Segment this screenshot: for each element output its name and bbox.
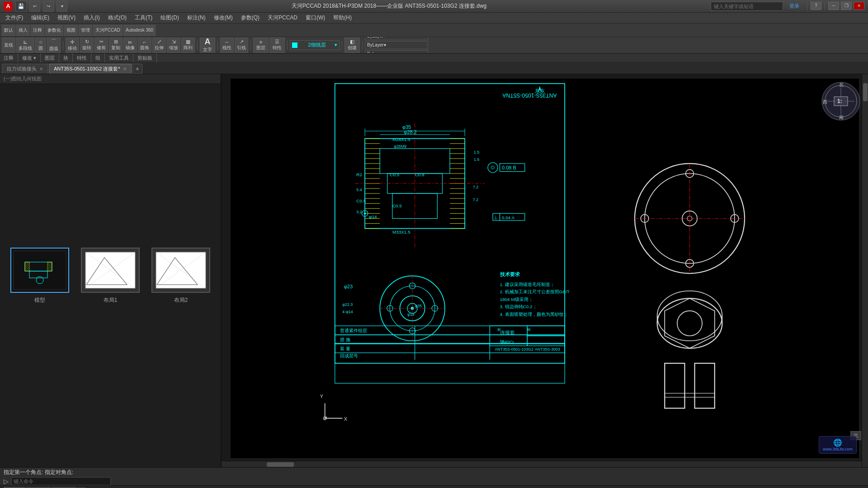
polyline-tool[interactable]: ⊾ 多段线 <box>16 38 34 53</box>
thumbnail-layout2-img[interactable] <box>151 248 210 293</box>
tab-ant35s[interactable]: ANT35S-0501-103G2 连接套* ✕ <box>49 64 132 74</box>
polyline-icon: ⊾ <box>23 39 28 45</box>
menu-annotation[interactable]: 标注(N) <box>184 13 209 23</box>
menu-params[interactable]: 参数(Q) <box>237 13 263 23</box>
text-tool[interactable]: A 文字 <box>200 38 215 53</box>
fillet-tool[interactable]: ⌐ 圆角 <box>138 38 151 53</box>
svg-text:C0.5: C0.5 <box>356 198 366 203</box>
thumbnail-layout1-label: 布局1 <box>104 296 118 304</box>
layer-tool[interactable]: ≡ 图层 <box>253 38 269 53</box>
rotate-tool[interactable]: ↻ 旋转 <box>80 38 94 53</box>
copy-icon: ⊞ <box>114 39 118 45</box>
left-panel-header: (一)图纸几何线图 <box>0 74 221 84</box>
svg-text:0.08 B: 0.08 B <box>502 165 516 170</box>
trim-tool[interactable]: ✂ 修剪 <box>94 38 108 53</box>
thumbnail-layout2[interactable]: 布局2 <box>151 248 210 304</box>
thumbnail-layout1-img[interactable] <box>81 248 140 293</box>
scale-tool[interactable]: ⇲ 缩放 <box>167 38 180 53</box>
menu-edit[interactable]: 编辑(E) <box>28 13 53 23</box>
compass-widget[interactable]: 北 南 西 东 1: <box>821 81 861 122</box>
thumbnail-model-img[interactable] <box>10 248 69 293</box>
scrollbar-thumb-h[interactable] <box>267 462 294 467</box>
menu-view[interactable]: 视图(V) <box>54 13 79 23</box>
canvas-area[interactable]: ANT35S-1050-S5TNA 东东 <box>222 74 868 467</box>
move-tool[interactable]: ✛ 移动 <box>66 38 79 53</box>
menu-help[interactable]: 帮助(H) <box>330 13 355 23</box>
layer-dropdown[interactable]: 2细线层 ▾ <box>290 40 340 50</box>
svg-text:北: 北 <box>839 82 844 87</box>
svg-text:3.2: 3.2 <box>356 210 362 214</box>
svg-text:南: 南 <box>839 115 844 120</box>
leader-tool[interactable]: ↗ 引线 <box>235 38 248 53</box>
ribbon-tab-insert[interactable]: 插入 <box>16 25 30 36</box>
help-btn[interactable]: ? <box>811 2 821 10</box>
array-tool[interactable]: ▦ 阵列 <box>181 38 195 53</box>
left-panel: (一)图纸几何线图 <box>0 74 222 467</box>
copy-tool[interactable]: ⊞ 复制 <box>109 38 123 53</box>
leader-icon: ↗ <box>240 39 244 45</box>
tab-add-btn[interactable]: + <box>132 64 142 74</box>
properties-tool[interactable]: ☰ 特性 <box>269 38 285 53</box>
quick-access-undo[interactable]: ↩ <box>29 1 40 12</box>
linear-dim-tool[interactable]: ↔ 线性 <box>220 38 234 53</box>
svg-text:Y: Y <box>320 394 324 399</box>
svg-text:5.4: 5.4 <box>356 188 362 192</box>
thumbnail-model[interactable]: 模型 <box>10 248 69 304</box>
scrollbar-thumb[interactable] <box>863 83 868 101</box>
ribbon-tab-annotate[interactable]: 注释 <box>31 25 44 36</box>
title-search-input[interactable] <box>711 2 783 11</box>
thumbnail-layout1[interactable]: 布局1 <box>81 248 140 304</box>
circle-tool[interactable]: ○ 圆 <box>35 38 46 53</box>
lineweight-dropdown[interactable]: ByLayer ▾ <box>365 50 428 54</box>
input-prefix-icon: ▷ <box>4 478 9 485</box>
quick-access-redo[interactable]: ↪ <box>43 1 54 12</box>
svg-text:C0.8: C0.8 <box>415 172 425 177</box>
svg-rect-0 <box>11 249 68 292</box>
block-group-label: 特性 <box>75 55 89 61</box>
menu-draw[interactable]: 绘图(D) <box>157 13 183 23</box>
toolbar-row3: 注释 修改 ▾ 图层 块 特性 组 实用工具 剪贴板 <box>0 53 868 62</box>
ribbon-tab-autodesk360[interactable]: Autodesk 360 <box>123 25 156 36</box>
array-icon: ▦ <box>186 39 190 45</box>
tab-lalijiantoujia[interactable]: 拉力试验接头 ✕ <box>2 64 48 74</box>
horizontal-scrollbar[interactable] <box>222 461 862 467</box>
menu-insert[interactable]: 插入(I) <box>80 13 103 23</box>
svg-text:1.5: 1.5 <box>474 157 479 162</box>
close-btn[interactable]: ✕ <box>854 2 864 10</box>
line-tool[interactable]: 直线 <box>2 38 15 53</box>
color-dropdown[interactable]: ByLayer ▾ <box>365 37 428 40</box>
maximize-btn[interactable]: ❐ <box>841 2 852 10</box>
menu-modify[interactable]: 修改(M) <box>210 13 236 23</box>
mirror-tool[interactable]: ⫢ 镜像 <box>123 38 137 53</box>
arc-tool[interactable]: ⌒ 圆弧 <box>47 38 61 53</box>
document-tabs: 拉力试验接头 ✕ ANT35S-0501-103G2 连接套* ✕ + <box>0 62 868 74</box>
layer-dropdown-arrow: ▾ <box>335 42 337 48</box>
quick-access-menu[interactable]: ▾ <box>57 1 67 12</box>
vertical-scrollbar[interactable] <box>862 74 868 467</box>
ribbon-tab-view[interactable]: 视图 <box>64 25 78 36</box>
tab-close-1[interactable]: ✕ <box>123 66 127 71</box>
ribbon-tab-manage[interactable]: 管理 <box>79 25 92 36</box>
color-dropdown-arrow: ▾ <box>384 37 386 38</box>
minimize-btn[interactable]: ─ <box>828 2 839 10</box>
menu-format[interactable]: 格式(O) <box>104 13 130 23</box>
ribbon-tab-tianhepccad[interactable]: 天河PCCAD <box>93 25 123 36</box>
menu-tools[interactable]: 工具(T) <box>131 13 156 23</box>
menu-file[interactable]: 文件(F) <box>2 13 27 23</box>
sign-in-btn[interactable]: 登录 <box>789 3 799 9</box>
text-icon: A <box>205 37 211 47</box>
ribbon-tab-parametric[interactable]: 参数化 <box>45 25 63 36</box>
linetype-dropdown[interactable]: ByLayer ▾ <box>365 41 428 49</box>
ribbon-tab-default[interactable]: 默认 <box>2 25 15 36</box>
stretch-tool[interactable]: ⤢ 拉伸 <box>152 38 166 53</box>
quick-access-save[interactable]: 💾 <box>15 1 27 12</box>
menu-tianhepccad[interactable]: 天河PCCAD <box>264 13 301 23</box>
menu-window[interactable]: 窗口(W) <box>302 13 329 23</box>
create-block-tool[interactable]: ◧ 创建 <box>344 38 360 53</box>
status-line2: ▷ <box>0 477 868 485</box>
command-input[interactable] <box>11 477 111 485</box>
create-block-icon: ◧ <box>350 39 354 45</box>
svg-text:M28X1.5: M28X1.5 <box>392 137 410 142</box>
svg-text:3. 锐边倒钝C0.2；: 3. 锐边倒钝C0.2； <box>500 304 537 309</box>
tab-close-0[interactable]: ✕ <box>39 66 43 71</box>
